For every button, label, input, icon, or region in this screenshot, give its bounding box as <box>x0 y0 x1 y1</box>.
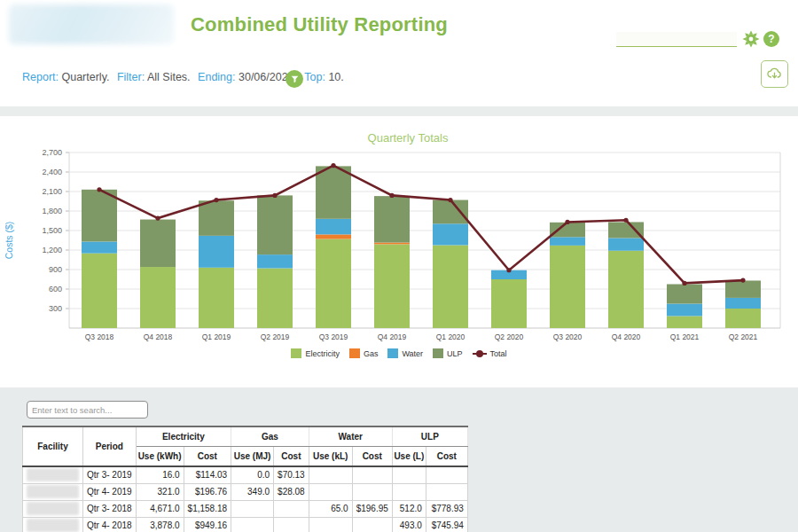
legend-label: Total <box>490 349 507 358</box>
gear-icon[interactable] <box>742 30 760 48</box>
bar-segment-water[interactable] <box>608 238 644 250</box>
bar-segment-water[interactable] <box>257 254 293 268</box>
legend-item-gas[interactable]: Gas <box>349 348 379 358</box>
legend-item-electricity[interactable]: Electricity <box>291 348 340 358</box>
utility-data-table: Facility Period Electricity Gas Water UL… <box>22 426 468 532</box>
bar-segment-electricity[interactable] <box>667 316 702 328</box>
filter-button[interactable] <box>286 70 303 88</box>
value-cell: 349.0 <box>231 483 274 500</box>
y-tick-label: 1,200 <box>42 246 62 254</box>
group-header-water: Water <box>309 426 392 446</box>
bar-segment-electricity[interactable] <box>374 244 410 328</box>
legend-swatch <box>349 348 360 358</box>
y-axis-title: Costs ($) <box>4 222 14 260</box>
total-line-marker[interactable] <box>448 198 452 202</box>
value-cell <box>426 466 467 483</box>
bar-segment-gas[interactable] <box>374 243 410 245</box>
bar-segment-electricity[interactable] <box>82 254 117 328</box>
bar-segment-electricity[interactable] <box>316 239 351 328</box>
total-line-marker[interactable] <box>506 268 511 272</box>
column-header[interactable]: Use (MJ) <box>231 446 274 466</box>
page-title: Combined Utility Reporting <box>191 13 448 36</box>
table-search-input[interactable] <box>27 401 148 419</box>
total-line-marker[interactable] <box>272 193 277 198</box>
column-header[interactable]: Cost <box>274 446 309 466</box>
bar-segment-ulp[interactable] <box>82 190 117 242</box>
bar-segment-ulp[interactable] <box>257 195 293 254</box>
value-cell: $1,158.18 <box>184 500 231 517</box>
bar-segment-electricity[interactable] <box>608 251 644 328</box>
bar-segment-ulp[interactable] <box>725 280 761 297</box>
table-row[interactable]: Qtr 4- 20183,878.0$949.16493.0$745.94 <box>23 517 468 532</box>
total-line-marker[interactable] <box>331 163 335 168</box>
value-cell: $70.13 <box>274 466 309 483</box>
column-header[interactable]: Cost <box>426 446 467 466</box>
column-header[interactable]: Cost <box>352 446 392 466</box>
x-tick-label: Q3 2018 <box>85 332 114 341</box>
total-line-marker[interactable] <box>682 281 686 286</box>
bar-segment-electricity[interactable] <box>550 246 585 328</box>
column-header[interactable]: Use (kWh) <box>136 446 184 466</box>
table-header: Facility Period Electricity Gas Water UL… <box>23 426 468 466</box>
legend-item-water[interactable]: Water <box>387 348 423 358</box>
total-line-marker[interactable] <box>97 187 101 192</box>
column-header[interactable]: Use (L) <box>392 446 426 466</box>
x-tick-label: Q4 2020 <box>612 332 641 341</box>
value-cell: $28.08 <box>274 483 309 500</box>
legend-swatch <box>387 348 398 358</box>
total-line-marker[interactable] <box>623 218 628 223</box>
bar-segment-ulp[interactable] <box>374 196 410 242</box>
bar-segment-water[interactable] <box>725 298 761 309</box>
value-cell <box>274 517 309 532</box>
column-header[interactable]: Cost <box>184 446 231 466</box>
table-row[interactable]: Qtr 3- 201916.0$114.030.0$70.13 <box>23 466 468 483</box>
bar-segment-ulp[interactable] <box>316 166 351 218</box>
bar-segment-ulp[interactable] <box>550 223 585 238</box>
bar-segment-electricity[interactable] <box>257 269 293 328</box>
facility-redacted <box>27 485 79 498</box>
legend-label: ULP <box>447 349 463 358</box>
facility-redacted <box>27 502 79 515</box>
column-header-period[interactable]: Period <box>83 426 137 466</box>
bar-segment-water[interactable] <box>433 223 468 245</box>
bar-segment-ulp[interactable] <box>608 222 644 238</box>
bar-segment-water[interactable] <box>667 304 702 317</box>
total-line <box>99 166 743 284</box>
bar-segment-electricity[interactable] <box>199 268 234 328</box>
bar-segment-ulp[interactable] <box>140 220 176 268</box>
facility-redacted <box>27 468 79 481</box>
filter-value: 10. <box>328 71 343 83</box>
column-header-facility[interactable]: Facility <box>23 426 83 466</box>
total-line-marker[interactable] <box>389 193 394 198</box>
bar-segment-gas[interactable] <box>316 234 351 239</box>
legend-item-ulp[interactable]: ULP <box>433 348 463 358</box>
column-header[interactable]: Use (kL) <box>309 446 352 466</box>
value-cell <box>352 517 392 532</box>
bar-segment-water[interactable] <box>316 219 351 235</box>
bar-segment-ulp[interactable] <box>199 200 234 236</box>
value-cell <box>309 466 352 483</box>
bar-segment-water[interactable] <box>550 237 585 246</box>
bar-segment-ulp[interactable] <box>433 200 468 224</box>
bar-segment-electricity[interactable] <box>725 309 761 328</box>
chart-title: Quarterly Totals <box>368 131 449 145</box>
bar-segment-electricity[interactable] <box>433 246 468 329</box>
total-line-marker[interactable] <box>155 215 160 220</box>
download-button[interactable] <box>761 60 788 88</box>
y-tick-label: 2,100 <box>42 187 62 196</box>
table-row[interactable]: Qtr 4- 2019321.0$196.76349.0$28.08 <box>23 483 468 500</box>
bar-segment-electricity[interactable] <box>491 279 527 328</box>
total-line-marker[interactable] <box>740 278 745 283</box>
bar-segment-electricity[interactable] <box>140 267 176 328</box>
total-line-marker[interactable] <box>214 198 218 202</box>
header-search-input[interactable] <box>616 32 737 47</box>
value-cell: 65.0 <box>309 500 352 517</box>
bar-segment-ulp[interactable] <box>667 285 702 304</box>
total-line-marker[interactable] <box>565 220 569 224</box>
value-cell: 493.0 <box>392 517 426 532</box>
help-icon[interactable]: ? <box>763 31 779 47</box>
bar-segment-water[interactable] <box>82 241 117 253</box>
bar-segment-water[interactable] <box>199 236 234 268</box>
legend-item-total[interactable]: Total <box>473 349 507 358</box>
table-row[interactable]: Qtr 3- 20184,671.0$1,158.1865.0$196.9551… <box>23 500 468 517</box>
